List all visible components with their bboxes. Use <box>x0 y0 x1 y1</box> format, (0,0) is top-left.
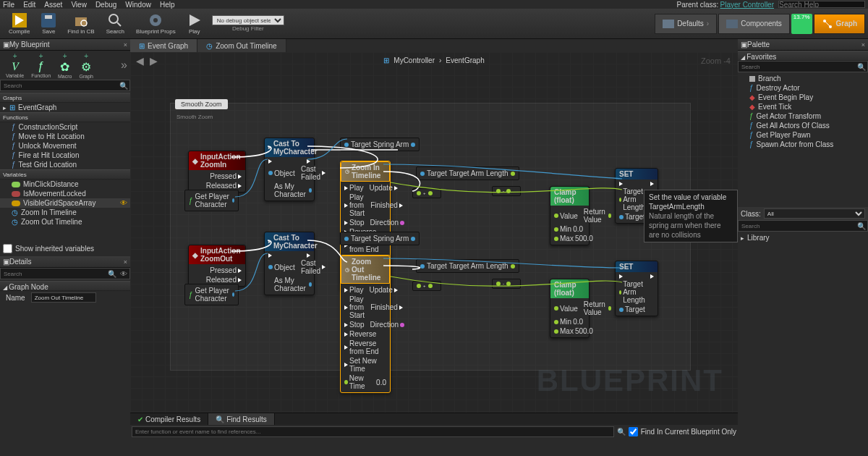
find-input[interactable] <box>132 426 614 437</box>
class-select[interactable]: All <box>764 208 865 219</box>
add-macro-button[interactable]: +✿Macro <box>55 52 75 79</box>
comment-box[interactable]: Smooth Zoom Smooth Zoom <box>170 103 691 371</box>
menu-debug[interactable]: Debug <box>95 1 116 9</box>
nav-back-button[interactable]: ◀ <box>136 55 144 67</box>
node-cast-1[interactable]: ▸ Cast To MyCharacter ObjectCast Failed … <box>264 138 315 201</box>
search-icon[interactable]: 🔍 <box>617 428 626 436</box>
add-variable-button[interactable]: +𝑉Variable <box>3 52 27 78</box>
tab-find-results[interactable]: 🔍Find Results <box>208 413 275 425</box>
node-inputaction-zoomout[interactable]: ◆InputAction ZoomOut Pressed Released <box>188 245 246 287</box>
add-graph-button[interactable]: +⚙Graph <box>76 52 95 79</box>
node-getplayer-1[interactable]: ƒGet Player Character <box>184 190 239 211</box>
menu-file[interactable]: File <box>3 1 14 9</box>
node-clamp-1[interactable]: Clamp (float) ValueReturn Value Min 0.0 … <box>550 186 590 245</box>
node-set-2[interactable]: SET Target Arm Length Target <box>615 261 658 316</box>
svg-rect-3 <box>45 15 52 19</box>
graph-tab[interactable]: Graph <box>814 14 865 34</box>
node-sub-1[interactable]: - <box>492 186 521 196</box>
close-icon[interactable]: × <box>124 258 127 266</box>
library-root[interactable]: ▸ Library <box>738 233 868 242</box>
search-icon: 🔍 <box>216 415 224 423</box>
tree-func-move[interactable]: ƒ Move to Hit Location <box>0 132 130 141</box>
close-icon[interactable]: × <box>124 41 127 48</box>
node-targetarm-get-2[interactable]: Target Target Arm Length <box>416 259 519 273</box>
node-targetarm-get-1[interactable]: Target Target Arm Length <box>416 166 519 180</box>
tree-eventgraph[interactable]: ▸ ⊞ EventGraph <box>0 103 130 112</box>
palette-search: 🔍 <box>738 61 868 72</box>
menu-help[interactable]: Help <box>160 1 175 9</box>
find-cb-button[interactable]: Find in CB <box>61 12 100 36</box>
node-add-2[interactable]: + <box>412 281 441 291</box>
eye-icon[interactable]: 👁 <box>118 269 129 279</box>
fav-beginplay[interactable]: ◆Event Begin Play <box>738 93 868 102</box>
debug-object-select[interactable]: No debug object selected <box>212 15 284 25</box>
parent-class-link[interactable]: Player Controller <box>720 1 774 9</box>
fav-destroy[interactable]: ƒDestroy Actor <box>738 83 868 93</box>
tree-timeline-out[interactable]: ◷ Zoom Out Timeline <box>0 217 130 227</box>
menu-asset[interactable]: Asset <box>44 1 62 9</box>
node-sub-2[interactable]: - <box>492 279 521 289</box>
components-tab[interactable]: Components <box>718 14 790 34</box>
search-icon[interactable]: 🔍 <box>118 80 129 90</box>
menu-window[interactable]: Window <box>125 1 151 9</box>
search-button[interactable]: Search <box>101 12 130 36</box>
tree-func-test[interactable]: ƒ Test Grid Location <box>0 160 130 169</box>
play-button[interactable]: Play <box>182 12 208 36</box>
add-function-button[interactable]: +ƒFunction <box>28 52 54 78</box>
chevrons-right-icon[interactable]: » <box>121 59 127 72</box>
palette-header: ▣ Palette × <box>738 39 868 51</box>
search-icon[interactable]: 🔍 <box>856 62 867 72</box>
name-input[interactable] <box>31 292 96 303</box>
tab-zoomout-timeline[interactable]: ◷Zoom Out Timeline <box>197 39 286 52</box>
fav-playerpawn[interactable]: ƒGet Player Pawn <box>738 130 868 140</box>
node-clamp-2[interactable]: Clamp (float) ValueReturn Value Min 0.0 … <box>550 279 590 338</box>
node-add-1[interactable]: + <box>412 188 441 198</box>
tab-compiler-results[interactable]: ✔Compiler Results <box>130 413 208 425</box>
node-cast-2[interactable]: ▸ Cast To MyCharacter ObjectCast Failed … <box>264 232 315 295</box>
find-current-checkbox[interactable] <box>629 427 638 436</box>
tree-var-locked[interactable]: IsMovementLocked <box>0 189 130 198</box>
palette-search-input[interactable] <box>739 62 856 72</box>
fav-branch[interactable]: Branch <box>738 74 868 83</box>
tree-timeline-in[interactable]: ◷ Zoom In Timeline <box>0 208 130 217</box>
menu-edit[interactable]: Edit <box>23 1 35 9</box>
section-variables: Variables <box>0 169 130 180</box>
tree-var-gridarray[interactable]: VisibleGridSpaceArray 👁 <box>0 198 130 208</box>
fav-allactors[interactable]: ƒGet All Actors Of Class <box>738 121 868 130</box>
tree-func-construction[interactable]: ƒ ConstructionScript <box>0 122 130 132</box>
library-search-input[interactable] <box>739 221 856 231</box>
node-springarm-1[interactable]: Target Spring Arm <box>340 138 420 151</box>
node-timeline-zoomout[interactable]: ◷ Zoom Out Timeline PlayUpdate Play from… <box>340 255 391 393</box>
my-blueprint-search-input[interactable] <box>1 80 118 90</box>
details-search-input[interactable] <box>1 269 106 279</box>
show-inherited-checkbox[interactable]: Show inherited variables <box>0 241 130 256</box>
tree-var-minclick[interactable]: MinClickDistance <box>0 180 130 189</box>
save-button[interactable]: Save <box>35 12 61 36</box>
close-icon[interactable]: × <box>861 41 865 48</box>
bp-props-button[interactable]: Blueprint Props <box>130 12 182 36</box>
help-search-input[interactable] <box>778 1 865 8</box>
my-blueprint-search: 🔍 <box>0 80 130 91</box>
graph-canvas[interactable]: ◀ ▶ ⊞ MyController › EventGraph Zoom -4 … <box>130 52 738 413</box>
search-icon[interactable]: 🔍 <box>856 221 867 231</box>
menu-view[interactable]: View <box>71 1 87 9</box>
fav-spawn[interactable]: ƒSpawn Actor from Class <box>738 140 868 149</box>
nav-forward-button[interactable]: ▶ <box>150 55 158 67</box>
fav-transform[interactable]: ƒGet Actor Transform <box>738 111 868 121</box>
compile-button[interactable]: Compile <box>3 12 35 36</box>
node-getplayer-2[interactable]: ƒGet Player Character <box>184 284 239 305</box>
fav-tick[interactable]: ◆Event Tick <box>738 102 868 111</box>
tree-func-fire[interactable]: ƒ Fire at Hit Location <box>0 151 130 160</box>
comment-title[interactable]: Smooth Zoom <box>175 99 228 109</box>
prop-name: Name <box>0 291 130 304</box>
node-inputaction-zoomin[interactable]: ◆InputAction ZoomIn Pressed Released <box>188 151 246 193</box>
tab-eventgraph[interactable]: ⊞Event Graph <box>130 39 197 52</box>
search-icon[interactable]: 🔍 <box>106 269 118 279</box>
tree-func-unlock[interactable]: ƒ Unlock Movement <box>0 141 130 151</box>
breadcrumb-controller[interactable]: MyController <box>393 56 435 64</box>
svg-rect-12 <box>726 20 738 28</box>
defaults-icon <box>663 18 674 30</box>
node-springarm-2[interactable]: Target Spring Arm <box>340 232 420 245</box>
defaults-tab[interactable]: Defaults › <box>655 14 717 34</box>
eye-icon[interactable]: 👁 <box>120 199 127 207</box>
